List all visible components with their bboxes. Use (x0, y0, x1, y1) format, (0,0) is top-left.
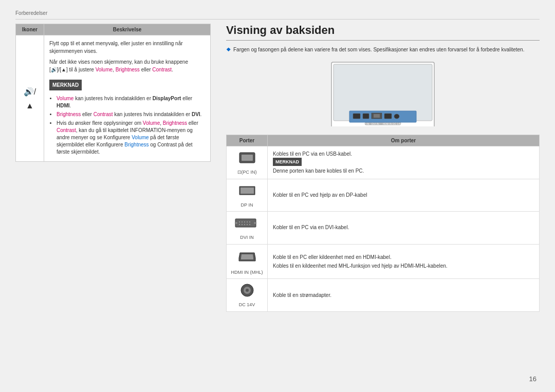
icon-cell: 🔊/▲ (16, 35, 44, 162)
monitor-svg: PC IN DP IN DVI IN HDMI IN DC 14V (321, 60, 445, 126)
right-panel: Visning av baksiden ❖ Fargen og fasongen… (226, 24, 540, 382)
svg-rect-5 (353, 114, 360, 119)
port-icon-dc: DC 14V (227, 279, 268, 312)
svg-point-25 (249, 221, 250, 222)
ports-table: Porter Om porter ⊡(PC IN) (226, 135, 540, 312)
hdmi-port-icon (237, 248, 257, 266)
ports-col2-header: Om porter (268, 135, 540, 146)
list-item: Hvis du ønsker flere opplysninger om Vol… (57, 120, 205, 156)
port-icon-pcin: ⊡(PC IN) (227, 146, 268, 179)
monitor-illustration: PC IN DP IN DVI IN HDMI IN DC 14V (226, 60, 540, 126)
volume-link1: Volume (96, 67, 113, 72)
svg-rect-8 (374, 114, 380, 118)
svg-point-26 (238, 224, 239, 225)
svg-point-32 (253, 222, 256, 225)
svg-point-29 (246, 224, 247, 225)
desc-cell: Flytt opp til et annet menyvalg, eller j… (44, 35, 211, 162)
desc-line2: Når det ikke vises noen skjermmeny, kan … (49, 58, 205, 73)
port-desc-pcin-main: Kobles til en PC via en USB-kabel. (273, 151, 535, 158)
port-desc-pcin: Kobles til en PC via en USB-kabel. MERKN… (268, 146, 540, 179)
port-row-pcin: ⊡(PC IN) Kobles til en PC via en USB-kab… (227, 146, 540, 179)
left-table: Ikoner Beskrivelse 🔊/▲ Flytt opp til et … (15, 24, 211, 162)
svg-marker-34 (241, 254, 253, 259)
port-desc-dviin: Kobler til en PC via en DVI-kabel. (268, 212, 540, 245)
svg-point-24 (246, 221, 247, 222)
svg-text:DVI IN: DVI IN (372, 122, 379, 125)
brightness-link4: Brightness (124, 142, 149, 147)
note-text: Fargen og fasongen på delene kan variere… (233, 46, 524, 53)
volume-link4: Volume (132, 135, 149, 140)
svg-rect-17 (242, 155, 253, 161)
contrast-link1: Contrast (152, 67, 172, 72)
svg-text:DC 14V: DC 14V (393, 122, 402, 125)
ports-col1-header: Porter (227, 135, 268, 146)
port-desc-hdmi-main: Koble til en PC eller kildeenhet med en … (273, 254, 535, 261)
merknad-label: MERKNAD (49, 80, 82, 90)
svg-rect-10 (394, 114, 399, 119)
port-desc-dc: Koble til en strømadapter. (268, 279, 540, 312)
port-icon-hdmi: HDMI IN (MHL) (227, 244, 268, 279)
col2-header: Beskrivelse (44, 24, 211, 35)
breadcrumb: Forberedelser (15, 10, 540, 20)
port-desc-dviin-main: Kobler til en PC via en DVI-kabel. (273, 224, 535, 231)
dvi-label: DVI (192, 111, 200, 117)
port-desc-dpin: Kobler til en PC ved hjelp av en DP-kabe… (268, 179, 540, 212)
dp-port-icon (237, 182, 257, 199)
usb-port-icon (237, 150, 257, 166)
port-icon-dpin: DP IN (227, 179, 268, 212)
svg-point-27 (241, 224, 242, 225)
port-desc-hdmi-sub: Kobles til en kildeenhet med MHL-funksjo… (273, 263, 535, 270)
brightness-link1: Brightness (116, 67, 140, 72)
port-row-dviin: DVI IN Kobler til en PC via en DVI-kabel… (227, 212, 540, 245)
right-note: ❖ Fargen og fasongen på delene kan varie… (226, 46, 540, 53)
svg-point-31 (235, 222, 237, 225)
svg-marker-19 (240, 188, 254, 194)
page-number: 16 (529, 375, 536, 383)
volume-link3: Volume (143, 120, 160, 126)
svg-point-37 (246, 289, 249, 292)
svg-point-21 (238, 221, 239, 222)
port-desc-pcin-sub: Denne porten kan bare kobles til en PC. (273, 167, 535, 175)
svg-point-22 (241, 221, 242, 222)
svg-text:HDMI IN: HDMI IN (383, 123, 392, 125)
bullet-list: Volume kan justeres hvis inndatakilden e… (49, 95, 205, 156)
volume-link2: Volume (57, 96, 73, 101)
desc-line1: Flytt opp til et annet menyvalg, eller j… (49, 40, 205, 55)
contrast-link2: Contrast (94, 111, 113, 117)
contrast-link3: Contrast (57, 127, 76, 133)
svg-point-28 (244, 224, 245, 225)
svg-text:PC IN: PC IN (353, 122, 360, 125)
dc-port-icon (237, 282, 257, 298)
col1-header: Ikoner (16, 24, 44, 35)
port-label-dviin: DVI IN (231, 234, 263, 241)
port-label-dc: DC 14V (231, 302, 263, 308)
dvi-port-icon (234, 215, 260, 231)
svg-point-30 (249, 224, 250, 225)
left-panel: Ikoner Beskrivelse 🔊/▲ Flytt opp til et … (15, 24, 211, 382)
hdmi-label: HDMI (57, 103, 70, 108)
port-row-hdmi: HDMI IN (MHL) Koble til en PC eller kild… (227, 244, 540, 279)
brightness-link3: Brightness (163, 120, 187, 126)
content-area: Ikoner Beskrivelse 🔊/▲ Flytt opp til et … (15, 24, 540, 382)
svg-rect-6 (363, 114, 369, 119)
table-row: 🔊/▲ Flytt opp til et annet menyvalg, ell… (16, 35, 211, 162)
list-item: Brightness eller Contrast kan justeres h… (57, 111, 205, 118)
port-row-dc: DC 14V Koble til en strømadapter. (227, 279, 540, 312)
svg-text:DP IN: DP IN (362, 122, 369, 125)
volume-icon: 🔊/▲ (24, 87, 36, 110)
port-label-pcin: ⊡(PC IN) (231, 169, 263, 176)
merknad-box2: MERKNAD (273, 158, 302, 166)
note-icon: ❖ (226, 46, 231, 53)
port-label-hdmi: HDMI IN (MHL) (231, 269, 263, 276)
port-label-dpin: DP IN (231, 202, 263, 209)
brightness-link2: Brightness (57, 111, 81, 117)
svg-rect-20 (235, 219, 256, 227)
svg-point-23 (244, 221, 245, 222)
port-icon-dviin: DVI IN (227, 212, 268, 245)
displayport-label: DisplayPort (153, 96, 181, 101)
page: Forberedelser Ikoner Beskrivelse 🔊/▲ (0, 0, 555, 392)
port-desc-dpin-main: Kobler til en PC ved hjelp av en DP-kabe… (273, 192, 535, 199)
list-item: Volume kan justeres hvis inndatakilden e… (57, 95, 205, 109)
port-row-dpin: DP IN Kobler til en PC ved hjelp av en D… (227, 179, 540, 212)
port-desc-hdmi: Koble til en PC eller kildeenhet med en … (268, 244, 540, 279)
